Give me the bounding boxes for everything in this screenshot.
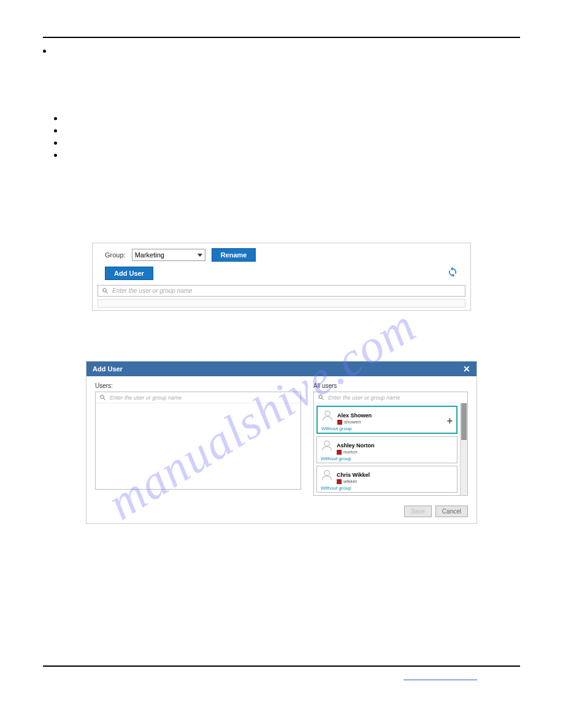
group-select[interactable]: Marketing: [132, 249, 205, 261]
plus-icon[interactable]: +: [447, 415, 453, 427]
status-dot: [337, 479, 342, 484]
bullet-icon: [54, 117, 57, 120]
group-label: Group:: [105, 251, 126, 259]
bullet-icon: [54, 129, 57, 132]
dialog-header: Add User ✕: [86, 362, 477, 376]
close-icon[interactable]: ✕: [463, 364, 470, 374]
top-rule: [43, 37, 520, 38]
avatar-icon: [321, 409, 334, 422]
rename-button[interactable]: Rename: [212, 248, 256, 262]
svg-point-8: [324, 471, 329, 476]
chevron-down-icon: [197, 254, 202, 257]
bottom-rule: [43, 665, 520, 667]
group-panel: Group: Marketing Rename Add User Enter t…: [92, 243, 471, 311]
user-handle: norton: [343, 449, 358, 455]
user-group: Without group: [321, 485, 453, 491]
status-dot: [337, 420, 342, 425]
svg-point-7: [324, 441, 329, 446]
bullet-icon: [43, 50, 46, 53]
selected-users-list: Enter the user or group name: [95, 392, 301, 490]
cancel-button[interactable]: Cancel: [435, 506, 468, 517]
user-name: Alex Showen: [337, 412, 372, 419]
user-card[interactable]: Ashley NortonnortonWithout group: [316, 436, 458, 463]
users-label: Users:: [95, 382, 301, 389]
user-group: Without group: [321, 426, 453, 431]
all-users-list: Enter the user or group name Alex Showen…: [313, 392, 468, 496]
refresh-icon[interactable]: [447, 267, 458, 281]
search-icon: [99, 394, 106, 401]
svg-point-4: [319, 395, 323, 399]
status-dot: [337, 450, 342, 455]
search-placeholder: Enter the user or group name: [112, 287, 193, 294]
dialog-title: Add User: [93, 365, 123, 373]
avatar-icon: [321, 469, 333, 481]
search-input-right[interactable]: Enter the user or group name: [314, 392, 467, 403]
user-name: Chris Wikkel: [337, 472, 370, 478]
add-user-dialog: Add User ✕ Users: Enter the user or grou…: [86, 361, 477, 524]
svg-point-2: [101, 395, 104, 399]
user-handle: wikkel: [343, 479, 357, 484]
svg-line-3: [104, 398, 105, 400]
add-user-button[interactable]: Add User: [105, 267, 153, 280]
svg-line-5: [322, 398, 324, 400]
allusers-label: All users: [313, 382, 468, 389]
scrollbar-thumb[interactable]: [461, 403, 467, 440]
user-group: Without group: [321, 456, 453, 461]
bullet-icon: [54, 142, 57, 145]
svg-point-6: [325, 411, 330, 416]
save-button[interactable]: Save: [404, 506, 432, 517]
scrollbar[interactable]: [460, 403, 467, 495]
search-input[interactable]: Enter the user or group name: [98, 285, 465, 297]
search-input-left[interactable]: Enter the user or group name: [96, 392, 301, 403]
svg-point-0: [103, 289, 107, 292]
svg-line-1: [106, 292, 108, 294]
search-placeholder: Enter the user or group name: [328, 395, 400, 401]
group-select-value: Marketing: [135, 251, 164, 259]
bullet-icon: [54, 154, 57, 157]
user-card[interactable]: Alex ShowenshowenWithout group+: [316, 406, 458, 434]
user-name: Ashley Norton: [337, 442, 375, 449]
search-placeholder: Enter the user or group name: [110, 395, 182, 401]
search-icon: [318, 394, 324, 401]
user-handle: showen: [344, 419, 361, 425]
avatar-icon: [321, 439, 333, 452]
search-icon: [102, 287, 109, 294]
footer-link[interactable]: [404, 680, 477, 680]
user-card[interactable]: Chris WikkelwikkelWithout group: [316, 466, 458, 493]
empty-list-area: [98, 299, 465, 308]
